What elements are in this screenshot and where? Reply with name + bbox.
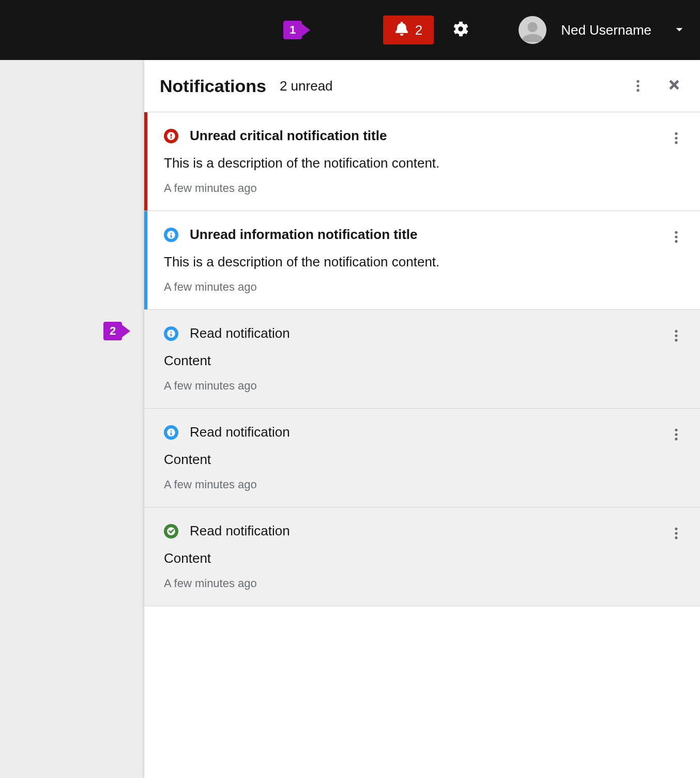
notification-actions-menu[interactable] [665, 127, 688, 149]
notification-description: Content [164, 353, 683, 369]
svg-point-1 [636, 84, 639, 87]
svg-point-15 [675, 528, 677, 530]
notifications-count: 2 [415, 22, 422, 38]
notification-timestamp: A few minutes ago [164, 379, 683, 393]
notification-item[interactable]: Read notificationContentA few minutes ag… [144, 310, 700, 409]
notification-title: Read notification [190, 523, 290, 539]
close-icon [667, 78, 681, 94]
notification-timestamp: A few minutes ago [164, 577, 683, 590]
user-menu-toggle[interactable] [675, 25, 683, 35]
kebab-icon [669, 527, 683, 540]
notification-actions-menu[interactable] [665, 423, 688, 446]
notification-actions-menu[interactable] [665, 324, 688, 347]
notification-item[interactable]: Unread critical notification titleThis i… [144, 112, 700, 211]
svg-point-17 [675, 536, 677, 539]
drawer-header: Notifications 2 unread [144, 60, 700, 112]
svg-point-0 [636, 80, 639, 83]
notification-actions-menu[interactable] [665, 522, 688, 545]
notification-description: This is a description of the notificatio… [164, 155, 683, 171]
notification-timestamp: A few minutes ago [164, 478, 683, 491]
svg-point-8 [675, 240, 677, 243]
notifications-toggle[interactable]: 2 [383, 16, 434, 44]
notification-title: Unread critical notification title [190, 128, 387, 144]
svg-point-9 [675, 330, 677, 333]
notification-title: Unread information notification title [190, 227, 418, 243]
info-icon [164, 425, 178, 440]
settings-button[interactable] [448, 18, 473, 42]
username-label: Ned Username [561, 22, 651, 38]
svg-point-6 [675, 231, 677, 234]
notification-list: Unread critical notification titleThis i… [144, 112, 700, 778]
drawer-close-button[interactable] [663, 74, 686, 97]
info-icon [164, 228, 178, 242]
svg-point-10 [675, 334, 677, 337]
user-avatar[interactable] [519, 16, 546, 44]
svg-point-11 [675, 339, 677, 341]
notification-description: Content [164, 550, 683, 566]
notification-description: This is a description of the notificatio… [164, 254, 683, 270]
chevron-down-icon [675, 25, 683, 34]
svg-point-4 [675, 137, 677, 139]
info-icon [164, 326, 178, 341]
notification-title: Read notification [190, 424, 290, 440]
kebab-icon [669, 329, 683, 342]
success-icon [164, 524, 178, 538]
svg-point-13 [675, 433, 677, 436]
bell-icon [394, 21, 409, 39]
annotation-callout-1: 1 [283, 21, 302, 39]
notification-item[interactable]: Read notificationContentA few minutes ag… [144, 409, 700, 507]
svg-point-2 [636, 89, 639, 92]
annotation-callout-2: 2 [103, 322, 122, 340]
app-header: 2 Ned Username [0, 0, 700, 60]
kebab-icon [669, 230, 683, 244]
svg-point-5 [675, 141, 677, 144]
critical-icon [164, 129, 178, 143]
svg-point-16 [675, 532, 677, 534]
svg-point-14 [675, 438, 677, 440]
svg-point-12 [675, 429, 677, 431]
notification-item[interactable]: Read notificationContentA few minutes ag… [144, 507, 700, 606]
svg-point-3 [675, 132, 677, 135]
notification-timestamp: A few minutes ago [164, 280, 683, 294]
gear-icon [453, 21, 468, 39]
drawer-actions-menu[interactable] [627, 74, 649, 97]
kebab-icon [669, 428, 683, 441]
kebab-icon [669, 131, 683, 145]
svg-point-7 [675, 235, 677, 238]
kebab-icon [631, 79, 645, 93]
drawer-unread-summary: 2 unread [280, 78, 333, 94]
notification-description: Content [164, 452, 683, 468]
notification-item[interactable]: Unread information notification titleThi… [144, 211, 700, 310]
notification-actions-menu[interactable] [665, 226, 688, 248]
drawer-title: Notifications [160, 76, 266, 96]
notification-drawer: Notifications 2 unread Unread critical n… [144, 60, 700, 778]
notification-title: Read notification [190, 325, 290, 341]
notification-timestamp: A few minutes ago [164, 182, 683, 195]
